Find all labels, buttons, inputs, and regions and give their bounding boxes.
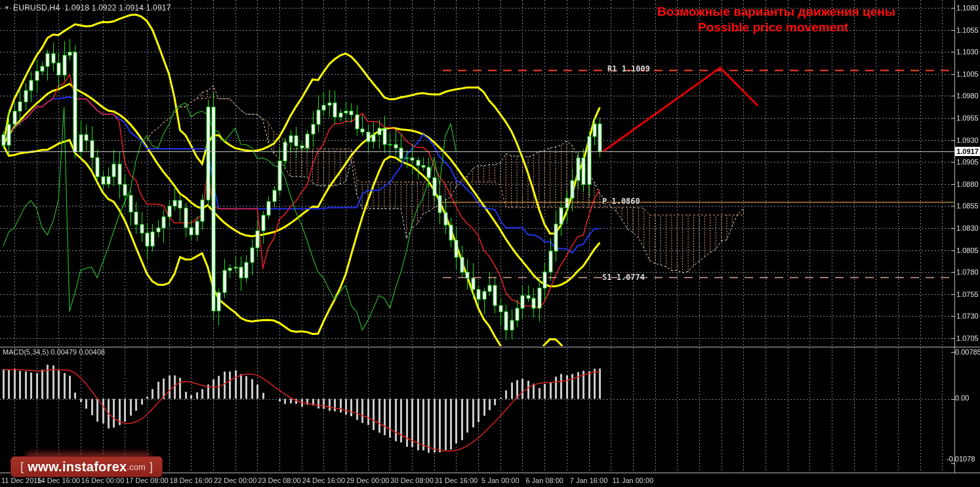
price-axis-label: 1.1030 — [956, 48, 979, 56]
instaforex-watermark: [ www.instaforex .com ] — [10, 456, 163, 477]
price-axis-label: 1.0830 — [956, 224, 979, 232]
price-axis-label: 1.0930 — [956, 136, 979, 144]
macd-axis-min: -0.01078 — [947, 455, 975, 463]
pivot-s1-label: S1 1.0774 — [602, 273, 645, 282]
time-axis-label: 16 Dec 00:00 — [81, 477, 124, 484]
watermark-domain: www.instaforex — [28, 459, 127, 475]
watermark-open-bracket: [ — [20, 459, 24, 474]
time-axis-label: 23 Dec 08:00 — [258, 477, 300, 484]
time-axis-label: 29 Dec 00:00 — [346, 477, 389, 484]
chart-canvas[interactable] — [0, 0, 980, 487]
price-axis-label: 1.0730 — [956, 312, 979, 320]
annotation-russian: Возможные варианты движения цены — [657, 5, 895, 19]
macd-axis-max: 0.00785 — [955, 348, 980, 356]
macd-axis-zero: 0.00 — [955, 394, 969, 402]
time-axis-label: 18 Dec 16:00 — [170, 477, 213, 484]
price-axis-label: 1.1080 — [956, 4, 979, 12]
price-axis-label: 1.0955 — [956, 114, 979, 122]
price-axis-label: 1.0905 — [956, 158, 979, 166]
pivot-r1-label: R1 1.1009 — [607, 64, 650, 73]
time-axis-label: 6 Jan 08:00 — [525, 477, 563, 484]
ohlc-values: 1.0918 1.0922 1.0914 1.0917 — [64, 3, 171, 12]
symbol-info: ▼EURUSD,H4 1.0918 1.0922 1.0914 1.0917 — [4, 3, 171, 12]
price-axis-label: 1.0855 — [956, 202, 979, 210]
time-axis-label: 22 Dec 00:00 — [214, 477, 256, 484]
price-axis-label: 1.0880 — [956, 180, 979, 188]
price-axis-label: 1.0805 — [956, 246, 979, 254]
time-axis-label: 24 Dec 16:00 — [302, 477, 345, 484]
time-axis-label: 31 Dec 16:00 — [435, 477, 478, 484]
watermark-close-bracket: ] — [150, 459, 153, 474]
time-axis-label: 14 Dec 16:00 — [37, 477, 79, 484]
time-axis-label: 5 Jan 00:00 — [481, 477, 520, 484]
price-axis-label: 1.0705 — [956, 334, 979, 342]
price-axis-label: 1.1055 — [956, 26, 979, 34]
pivot-p-label: P 1.0860 — [602, 197, 640, 206]
price-axis-label: 1.0980 — [956, 92, 979, 100]
mt4-chart-window: ▼EURUSD,H4 1.0918 1.0922 1.0914 1.0917 В… — [0, 0, 980, 487]
time-axis-label: 7 Jan 16:00 — [570, 477, 608, 484]
time-axis-label: 17 Dec 08:00 — [125, 477, 168, 484]
annotation-english: Possible price movement — [698, 20, 848, 35]
price-axis-label: 1.1005 — [956, 70, 979, 78]
time-axis-label: 11 Dec 2015 — [1, 477, 42, 484]
price-axis-label: 1.0755 — [956, 290, 979, 298]
current-price-tag: 1.0917 — [955, 147, 980, 156]
time-axis-label: 11 Jan 00:00 — [612, 477, 653, 484]
price-axis-label: 1.0780 — [956, 268, 979, 276]
time-axis-label: 30 Dec 08:00 — [390, 477, 433, 484]
symbol-dropdown-icon: ▼ — [4, 5, 10, 11]
watermark-tld: .com — [127, 462, 146, 472]
symbol-name: EURUSD,H4 — [13, 3, 60, 12]
macd-indicator-label: MACD(5,34,5) 0.00479 0.00408 — [3, 348, 105, 356]
